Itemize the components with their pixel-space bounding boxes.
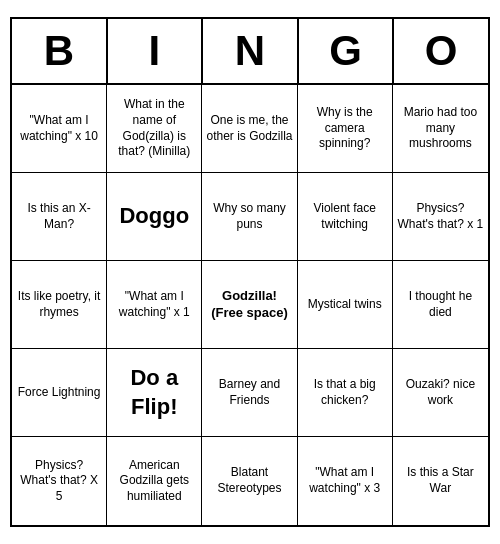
bingo-cell-17: Barney and Friends (202, 349, 297, 437)
bingo-grid: "What am I watching" x 10What in the nam… (12, 85, 488, 525)
bingo-cell-7: Why so many puns (202, 173, 297, 261)
bingo-cell-2: One is me, the other is Godzilla (202, 85, 297, 173)
header-letter-n: N (203, 19, 299, 83)
bingo-card: BINGO "What am I watching" x 10What in t… (10, 17, 490, 527)
header-letter-g: G (299, 19, 395, 83)
bingo-cell-20: Physics? What's that? X 5 (12, 437, 107, 525)
bingo-cell-5: Is this an X-Man? (12, 173, 107, 261)
header-letter-i: I (108, 19, 204, 83)
bingo-cell-23: "What am I watching" x 3 (298, 437, 393, 525)
bingo-cell-8: Violent face twitching (298, 173, 393, 261)
header-letter-b: B (12, 19, 108, 83)
bingo-cell-18: Is that a big chicken? (298, 349, 393, 437)
bingo-cell-9: Physics? What's that? x 1 (393, 173, 488, 261)
bingo-cell-14: I thought he died (393, 261, 488, 349)
bingo-cell-16: Do a Flip! (107, 349, 202, 437)
bingo-cell-21: American Godzilla gets humiliated (107, 437, 202, 525)
bingo-cell-1: What in the name of God(zilla) is that? … (107, 85, 202, 173)
bingo-header: BINGO (12, 19, 488, 85)
bingo-cell-12: Godzilla! (Free space) (202, 261, 297, 349)
bingo-cell-4: Mario had too many mushrooms (393, 85, 488, 173)
bingo-cell-3: Why is the camera spinning? (298, 85, 393, 173)
bingo-cell-15: Force Lightning (12, 349, 107, 437)
bingo-cell-19: Ouzaki? nice work (393, 349, 488, 437)
bingo-cell-0: "What am I watching" x 10 (12, 85, 107, 173)
bingo-cell-11: "What am I watching" x 1 (107, 261, 202, 349)
bingo-cell-13: Mystical twins (298, 261, 393, 349)
bingo-cell-22: Blatant Stereotypes (202, 437, 297, 525)
bingo-cell-10: Its like poetry, it rhymes (12, 261, 107, 349)
header-letter-o: O (394, 19, 488, 83)
bingo-cell-6: Doggo (107, 173, 202, 261)
bingo-cell-24: Is this a Star War (393, 437, 488, 525)
